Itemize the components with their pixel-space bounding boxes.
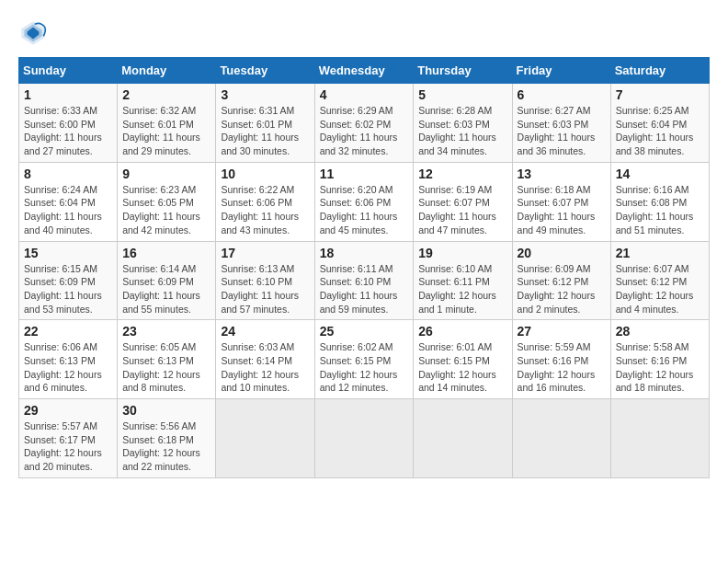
day-info: Sunrise: 6:18 AMSunset: 6:07 PMDaylight:… bbox=[518, 183, 606, 237]
day-cell: 23Sunrise: 6:05 AMSunset: 6:13 PMDayligh… bbox=[118, 320, 216, 399]
page-header bbox=[18, 18, 710, 48]
day-cell: 5Sunrise: 6:28 AMSunset: 6:03 PMDaylight… bbox=[414, 84, 512, 163]
day-number: 19 bbox=[418, 246, 506, 260]
logo bbox=[18, 18, 51, 48]
day-info: Sunrise: 6:19 AMSunset: 6:07 PMDaylight:… bbox=[418, 183, 506, 237]
day-info: Sunrise: 6:02 AMSunset: 6:15 PMDaylight:… bbox=[320, 340, 409, 395]
day-info: Sunrise: 6:15 AMSunset: 6:09 PMDaylight:… bbox=[24, 262, 112, 316]
day-cell: 1Sunrise: 6:33 AMSunset: 6:00 PMDaylight… bbox=[19, 84, 118, 163]
day-cell: 12Sunrise: 6:19 AMSunset: 6:07 PMDayligh… bbox=[414, 162, 512, 241]
day-cell: 7Sunrise: 6:25 AMSunset: 6:04 PMDaylight… bbox=[610, 84, 709, 163]
day-cell: 26Sunrise: 6:01 AMSunset: 6:15 PMDayligh… bbox=[414, 320, 512, 399]
day-info: Sunrise: 5:57 AMSunset: 6:17 PMDaylight:… bbox=[24, 419, 112, 474]
day-number: 8 bbox=[24, 167, 112, 181]
day-cell bbox=[610, 399, 709, 478]
day-cell: 18Sunrise: 6:11 AMSunset: 6:10 PMDayligh… bbox=[314, 241, 414, 320]
day-number: 15 bbox=[24, 246, 112, 260]
day-cell: 20Sunrise: 6:09 AMSunset: 6:12 PMDayligh… bbox=[512, 241, 610, 320]
day-number: 17 bbox=[221, 246, 309, 260]
day-info: Sunrise: 6:24 AMSunset: 6:04 PMDaylight:… bbox=[24, 183, 112, 237]
day-number: 4 bbox=[320, 87, 409, 102]
day-cell: 3Sunrise: 6:31 AMSunset: 6:01 PMDaylight… bbox=[216, 84, 314, 163]
day-cell: 14Sunrise: 6:16 AMSunset: 6:08 PMDayligh… bbox=[610, 162, 709, 241]
day-info: Sunrise: 6:33 AMSunset: 6:00 PMDaylight:… bbox=[24, 104, 112, 158]
day-number: 14 bbox=[616, 167, 704, 181]
day-number: 23 bbox=[122, 324, 210, 339]
day-info: Sunrise: 5:58 AMSunset: 6:16 PMDaylight:… bbox=[616, 340, 704, 395]
day-info: Sunrise: 5:56 AMSunset: 6:18 PMDaylight:… bbox=[122, 419, 210, 474]
day-cell: 9Sunrise: 6:23 AMSunset: 6:05 PMDaylight… bbox=[118, 162, 216, 241]
day-cell: 30Sunrise: 5:56 AMSunset: 6:18 PMDayligh… bbox=[118, 399, 216, 478]
day-cell: 2Sunrise: 6:32 AMSunset: 6:01 PMDaylight… bbox=[118, 84, 216, 163]
day-number: 6 bbox=[518, 87, 606, 102]
day-number: 11 bbox=[320, 167, 409, 181]
day-info: Sunrise: 6:05 AMSunset: 6:13 PMDaylight:… bbox=[122, 340, 210, 395]
column-header-monday: Monday bbox=[118, 58, 216, 84]
day-number: 9 bbox=[122, 167, 210, 181]
week-row-3: 15Sunrise: 6:15 AMSunset: 6:09 PMDayligh… bbox=[19, 241, 710, 320]
day-number: 18 bbox=[320, 246, 409, 260]
day-info: Sunrise: 6:28 AMSunset: 6:03 PMDaylight:… bbox=[418, 104, 506, 158]
column-header-friday: Friday bbox=[512, 58, 610, 84]
day-cell: 4Sunrise: 6:29 AMSunset: 6:02 PMDaylight… bbox=[314, 84, 414, 163]
day-number: 22 bbox=[24, 324, 112, 339]
day-cell: 11Sunrise: 6:20 AMSunset: 6:06 PMDayligh… bbox=[314, 162, 414, 241]
day-cell: 29Sunrise: 5:57 AMSunset: 6:17 PMDayligh… bbox=[19, 399, 118, 478]
header-row: SundayMondayTuesdayWednesdayThursdayFrid… bbox=[19, 58, 710, 84]
day-number: 20 bbox=[518, 246, 606, 260]
day-info: Sunrise: 6:06 AMSunset: 6:13 PMDaylight:… bbox=[24, 340, 112, 395]
week-row-1: 1Sunrise: 6:33 AMSunset: 6:00 PMDaylight… bbox=[19, 84, 710, 163]
day-number: 27 bbox=[518, 324, 606, 339]
day-number: 3 bbox=[221, 87, 309, 102]
day-number: 21 bbox=[616, 246, 704, 260]
day-info: Sunrise: 6:32 AMSunset: 6:01 PMDaylight:… bbox=[122, 104, 210, 158]
day-info: Sunrise: 6:01 AMSunset: 6:15 PMDaylight:… bbox=[418, 340, 506, 395]
day-cell bbox=[512, 399, 610, 478]
day-number: 1 bbox=[24, 87, 112, 102]
day-number: 30 bbox=[122, 403, 210, 418]
day-cell: 6Sunrise: 6:27 AMSunset: 6:03 PMDaylight… bbox=[512, 84, 610, 163]
day-info: Sunrise: 6:11 AMSunset: 6:10 PMDaylight:… bbox=[320, 262, 409, 316]
column-header-tuesday: Tuesday bbox=[216, 58, 314, 84]
day-info: Sunrise: 6:20 AMSunset: 6:06 PMDaylight:… bbox=[320, 183, 409, 237]
day-number: 12 bbox=[418, 167, 506, 181]
day-cell: 27Sunrise: 5:59 AMSunset: 6:16 PMDayligh… bbox=[512, 320, 610, 399]
day-cell: 28Sunrise: 5:58 AMSunset: 6:16 PMDayligh… bbox=[610, 320, 709, 399]
day-number: 10 bbox=[221, 167, 309, 181]
day-cell bbox=[216, 399, 314, 478]
day-number: 24 bbox=[221, 324, 309, 339]
column-header-thursday: Thursday bbox=[414, 58, 512, 84]
day-info: Sunrise: 6:31 AMSunset: 6:01 PMDaylight:… bbox=[221, 104, 309, 158]
day-number: 2 bbox=[122, 87, 210, 102]
day-number: 13 bbox=[518, 167, 606, 181]
day-info: Sunrise: 6:14 AMSunset: 6:09 PMDaylight:… bbox=[122, 262, 210, 316]
day-cell: 24Sunrise: 6:03 AMSunset: 6:14 PMDayligh… bbox=[216, 320, 314, 399]
day-number: 5 bbox=[418, 87, 506, 102]
column-header-wednesday: Wednesday bbox=[314, 58, 414, 84]
day-cell: 13Sunrise: 6:18 AMSunset: 6:07 PMDayligh… bbox=[512, 162, 610, 241]
day-info: Sunrise: 6:10 AMSunset: 6:11 PMDaylight:… bbox=[418, 262, 506, 316]
day-cell: 21Sunrise: 6:07 AMSunset: 6:12 PMDayligh… bbox=[610, 241, 709, 320]
day-number: 29 bbox=[24, 403, 112, 418]
day-number: 16 bbox=[122, 246, 210, 260]
day-cell: 22Sunrise: 6:06 AMSunset: 6:13 PMDayligh… bbox=[19, 320, 118, 399]
day-info: Sunrise: 6:07 AMSunset: 6:12 PMDaylight:… bbox=[616, 262, 704, 316]
day-info: Sunrise: 6:25 AMSunset: 6:04 PMDaylight:… bbox=[616, 104, 704, 158]
day-number: 7 bbox=[616, 87, 704, 102]
day-info: Sunrise: 6:23 AMSunset: 6:05 PMDaylight:… bbox=[122, 183, 210, 237]
day-info: Sunrise: 6:13 AMSunset: 6:10 PMDaylight:… bbox=[221, 262, 309, 316]
day-cell: 25Sunrise: 6:02 AMSunset: 6:15 PMDayligh… bbox=[314, 320, 414, 399]
day-cell bbox=[414, 399, 512, 478]
day-cell: 16Sunrise: 6:14 AMSunset: 6:09 PMDayligh… bbox=[118, 241, 216, 320]
day-info: Sunrise: 6:03 AMSunset: 6:14 PMDaylight:… bbox=[221, 340, 309, 395]
day-info: Sunrise: 6:22 AMSunset: 6:06 PMDaylight:… bbox=[221, 183, 309, 237]
calendar-table: SundayMondayTuesdayWednesdayThursdayFrid… bbox=[18, 57, 710, 478]
day-cell bbox=[314, 399, 414, 478]
day-info: Sunrise: 6:16 AMSunset: 6:08 PMDaylight:… bbox=[616, 183, 704, 237]
day-number: 25 bbox=[320, 324, 409, 339]
week-row-2: 8Sunrise: 6:24 AMSunset: 6:04 PMDaylight… bbox=[19, 162, 710, 241]
day-cell: 8Sunrise: 6:24 AMSunset: 6:04 PMDaylight… bbox=[19, 162, 118, 241]
day-info: Sunrise: 5:59 AMSunset: 6:16 PMDaylight:… bbox=[518, 340, 606, 395]
day-cell: 10Sunrise: 6:22 AMSunset: 6:06 PMDayligh… bbox=[216, 162, 314, 241]
day-info: Sunrise: 6:09 AMSunset: 6:12 PMDaylight:… bbox=[518, 262, 606, 316]
